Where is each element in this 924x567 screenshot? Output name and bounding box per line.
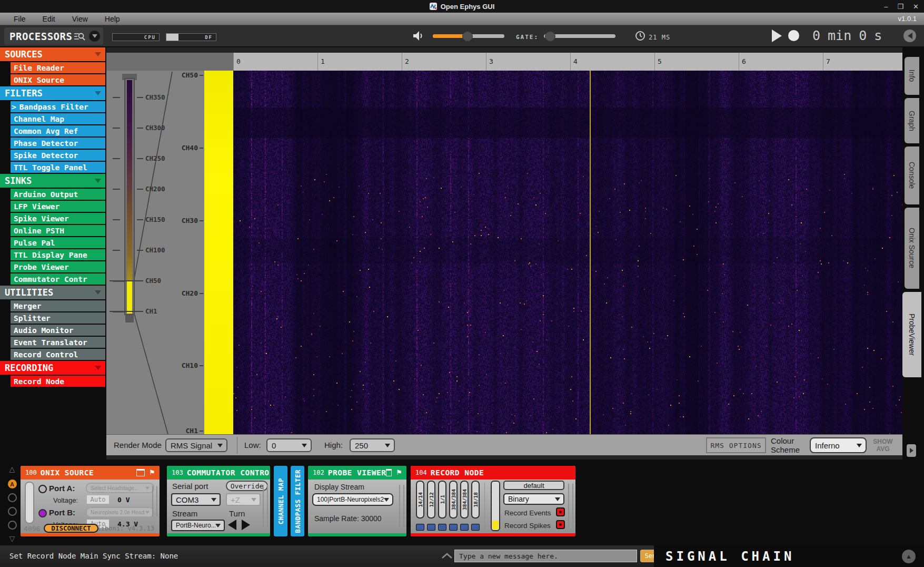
processor-item-bandpass-filter[interactable]: >Bandpass Filter [11, 101, 105, 112]
gate-slider[interactable] [544, 34, 615, 38]
display-stream-dropdown[interactable]: 100|PortB-Neuropixels2.... [312, 493, 393, 506]
chain-nav-a-button[interactable]: A [8, 480, 17, 488]
record-engine-dropdown[interactable]: Binary [503, 493, 564, 505]
module-commutator-control[interactable]: 103 COMMUTATOR CONTROL Serial port Overr… [167, 466, 270, 536]
popout-window-icon[interactable] [386, 469, 392, 476]
processor-item-arduino-output[interactable]: Arduino Output [11, 189, 105, 200]
chevron-up-icon[interactable] [441, 553, 453, 559]
stream-sync-button[interactable] [460, 524, 469, 531]
scrollbar[interactable] [568, 484, 573, 528]
processor-item-record-control[interactable]: Record Control [11, 349, 105, 360]
module-header[interactable]: 102 PROBE VIEWER ⚑ [308, 466, 406, 480]
scrollbar[interactable] [152, 486, 157, 516]
signal-chain-collapse-button[interactable]: ▲ [902, 550, 916, 563]
module-probe-viewer[interactable]: 102 PROBE VIEWER ⚑ Display Stream 100|Po… [308, 466, 406, 536]
processor-item-onix-source[interactable]: ONIX Source [11, 74, 105, 85]
probe-map-panel[interactable]: CH350CH300CH250CH200CH150CH100CH50CH1CH5… [106, 71, 204, 434]
gate-slider-thumb[interactable] [545, 31, 555, 42]
scroll-up-icon[interactable]: △ [5, 465, 19, 476]
processor-filter-button[interactable] [89, 31, 100, 42]
menu-item-view[interactable]: View [64, 15, 96, 23]
record-spikes-toggle[interactable] [556, 520, 565, 529]
low-dropdown[interactable]: 0 [266, 438, 312, 452]
port-a-auto-box[interactable]: Auto [87, 495, 109, 504]
section-header-sinks[interactable]: SINKS [0, 174, 105, 188]
port-a-headstage-dropdown[interactable]: Select Headstage... [86, 483, 154, 493]
maximize-button[interactable]: ❒ [897, 3, 903, 11]
processor-item-audio-monitor[interactable]: Audio Monitor [11, 325, 105, 336]
probe-selected-range[interactable] [127, 281, 132, 314]
processor-item-channel-map[interactable]: Channel Map [11, 113, 105, 124]
processor-item-probe-viewer[interactable]: Probe Viewer [11, 261, 105, 272]
processor-item-event-translator[interactable]: Event Translator [11, 337, 105, 348]
chain-nav-dot[interactable] [8, 493, 17, 502]
viewport-tab-info[interactable]: Info [905, 57, 919, 95]
menu-item-edit[interactable]: Edit [34, 15, 64, 23]
serial-port-dropdown[interactable]: COM3 [171, 493, 221, 506]
module-channel-map[interactable]: CHANNEL MAP [274, 466, 287, 536]
close-button[interactable]: ✕ [913, 3, 919, 11]
volume-slider-thumb[interactable] [462, 31, 473, 42]
popout-window-icon[interactable] [136, 469, 145, 476]
section-header-sources[interactable]: SOURCES [0, 47, 105, 61]
processor-item-commutator-contr[interactable]: Commutator Contr [11, 273, 105, 285]
record-events-toggle[interactable] [556, 507, 565, 516]
record-button[interactable] [788, 30, 799, 41]
port-a-radio[interactable] [38, 485, 47, 493]
flag-icon[interactable]: ⚑ [396, 470, 402, 475]
broadcast-message-input[interactable] [454, 550, 637, 562]
port-b-radio[interactable] [38, 509, 47, 517]
rms-options-button[interactable]: RMS OPTIONS [706, 437, 766, 453]
processor-item-phase-detector[interactable]: Phase Detector [11, 138, 105, 149]
stream-sync-button[interactable] [449, 524, 458, 531]
menu-item-help[interactable]: Help [96, 15, 128, 23]
processor-item-file-reader[interactable]: File Reader [11, 62, 105, 73]
volume-slider[interactable] [433, 34, 504, 38]
processor-item-lfp-viewer[interactable]: LFP Viewer [11, 201, 105, 212]
module-header[interactable]: 103 COMMUTATOR CONTROL [167, 466, 270, 480]
probe-heatmap[interactable] [233, 71, 902, 434]
scroll-down-icon[interactable]: ▽ [5, 534, 19, 546]
viewport-tab-graph[interactable]: Graph [905, 98, 919, 143]
port-b-headstage-dropdown[interactable]: Neuropixels 2.0e Headstage [86, 507, 154, 517]
axis-dropdown[interactable]: +Z [226, 493, 261, 506]
processor-item-spike-detector[interactable]: Spike Detector [11, 150, 105, 161]
processor-item-spike-viewer[interactable]: Spike Viewer [11, 213, 105, 224]
override-button[interactable]: Override [226, 481, 268, 491]
turn-right-button[interactable] [242, 520, 250, 530]
viewport-tab-onix-source[interactable]: Onix Source [905, 208, 919, 289]
collapse-controls-button[interactable] [903, 30, 916, 42]
record-directory-button[interactable]: default [503, 481, 564, 490]
play-button[interactable] [772, 30, 782, 42]
disconnect-button[interactable]: DISCONNECT [44, 524, 98, 533]
viewport-tab-console[interactable]: Console [905, 146, 919, 204]
module-bandpass-filter[interactable]: BANDPASS FILTER [291, 466, 304, 536]
module-record-node[interactable]: 104 RECORD NODE 14/1412/121/1384/384384/… [411, 466, 575, 536]
onix-vertical-slider[interactable] [25, 482, 34, 524]
stream-sync-button[interactable] [438, 524, 446, 531]
chain-nav-dot[interactable] [8, 521, 17, 530]
show-avg-toggle[interactable]: SHOW AVG [868, 438, 898, 453]
section-header-recording[interactable]: RECORDING [0, 361, 105, 375]
minimize-button[interactable]: – [884, 3, 888, 11]
processor-item-splitter[interactable]: Splitter [11, 312, 105, 324]
processor-item-ttl-toggle-panel[interactable]: TTL Toggle Panel [11, 162, 105, 173]
flag-icon[interactable]: ⚑ [149, 470, 155, 475]
scrollbar[interactable] [263, 485, 268, 527]
processor-item-online-psth[interactable]: Online PSTH [11, 225, 105, 236]
scrollbar[interactable] [399, 485, 404, 527]
render-mode-dropdown[interactable]: RMS Signal [165, 438, 227, 452]
stream-sync-button[interactable] [416, 524, 424, 531]
module-header[interactable]: 100 ONIX SOURCE ⚑ [21, 466, 160, 480]
turn-left-button[interactable] [228, 520, 236, 530]
stream-dropdown[interactable]: PortB-Neuro... [171, 520, 225, 531]
stream-sync-button[interactable] [427, 524, 435, 531]
section-header-filters[interactable]: FILTERS [0, 86, 105, 100]
processor-item-common-avg-ref[interactable]: Common Avg Ref [11, 125, 105, 136]
search-icon[interactable] [73, 32, 86, 41]
colour-scheme-dropdown[interactable]: Inferno [810, 437, 867, 453]
section-header-utilities[interactable]: UTILITIES [0, 286, 105, 299]
module-header[interactable]: 104 RECORD NODE [411, 466, 575, 480]
stream-sync-button[interactable] [471, 524, 480, 531]
chain-nav-dot[interactable] [8, 507, 17, 516]
